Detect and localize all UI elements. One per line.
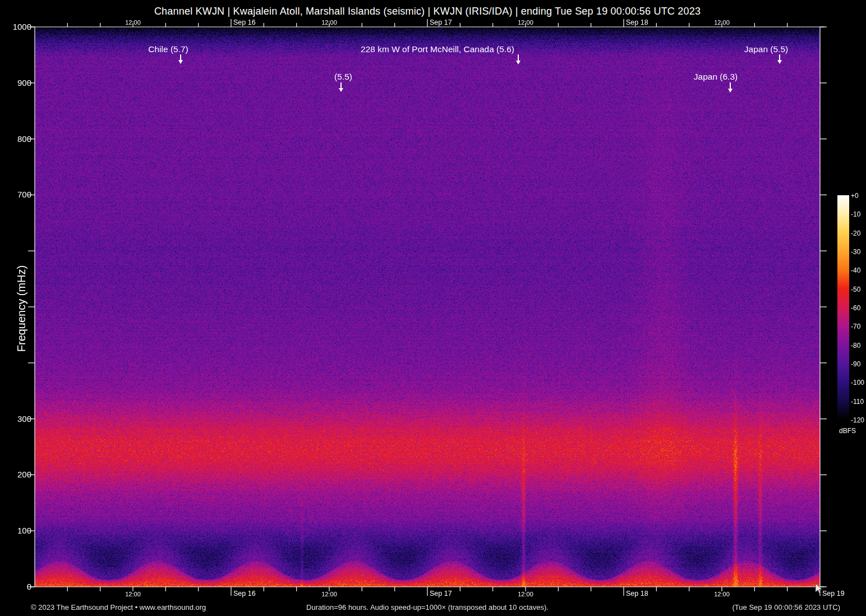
colorbar-tick-label: -80	[851, 342, 860, 349]
y-tick-label: 300	[0, 415, 31, 423]
top-axis-time-label: 12:00	[509, 20, 542, 26]
colorbar-unit-label: dBFS	[839, 427, 856, 434]
top-axis-time-label: 12:00	[312, 20, 346, 26]
axes-overlay	[0, 0, 866, 616]
colorbar-tick-label: -120	[851, 417, 864, 424]
event-annotation: Chile (5.7)	[28, 45, 308, 54]
bottom-axis-date-label: Sep 19	[822, 590, 845, 597]
top-axis-date-label: Sep 16	[233, 19, 256, 26]
bottom-axis-date-label: Sep 17	[430, 590, 452, 597]
top-axis-date-label: Sep 18	[626, 19, 648, 26]
colorbar-tick-label: -70	[851, 323, 860, 330]
top-axis-time-label: 12:00	[116, 20, 150, 26]
event-annotation: Japan (6.3)	[575, 72, 856, 81]
colorbar-tick-label: -50	[851, 286, 860, 293]
footer-duration: Duration=96 hours. Audio speed-up=1000× …	[35, 604, 820, 611]
colorbar-tick-label: -20	[851, 230, 860, 237]
event-arrow-icon	[728, 89, 733, 93]
spectrogram-page: Channel KWJN | Kwajalein Atoll, Marshall…	[0, 0, 866, 616]
y-tick-label: 900	[0, 79, 31, 87]
top-axis-time-label: 12:00	[705, 20, 739, 26]
colorbar-tick-label: -10	[851, 211, 860, 218]
colorbar-tick-label: -110	[851, 398, 864, 405]
colorbar-tick-label: -100	[851, 379, 864, 386]
colorbar-tick-label: +0	[851, 192, 859, 199]
event-annotation: (5.5)	[203, 72, 483, 81]
y-tick-label: 200	[0, 470, 31, 479]
event-arrow-icon	[516, 61, 520, 65]
colorbar-tick-label: -90	[851, 361, 860, 367]
y-tick-label: 700	[0, 190, 31, 199]
event-annotation: Japan (5.5)	[626, 45, 866, 54]
bottom-axis-time-label: 12:00	[312, 591, 346, 597]
event-arrow-icon	[178, 60, 183, 64]
bottom-axis-time-label: 12:00	[705, 591, 739, 597]
footer-timestamp: (Tue Sep 19 00:00:56 2023 UTC)	[733, 604, 840, 611]
event-annotation: 228 km W of Port McNeill, Canada (5.6)	[297, 45, 578, 54]
top-axis-date-label: Sep 17	[430, 19, 452, 26]
bottom-axis-date-label: Sep 16	[233, 590, 256, 597]
bottom-axis-time-label: 12:00	[509, 591, 542, 597]
y-tick-label: 100	[0, 526, 31, 535]
y-tick-label: 1000	[0, 22, 31, 31]
bottom-axis-time-label: 12:00	[116, 591, 150, 597]
colorbar-tick-label: -40	[851, 267, 860, 274]
y-tick-label: 800	[0, 135, 31, 143]
bottom-axis-date-label: Sep 18	[626, 590, 648, 597]
event-arrow-icon	[339, 88, 343, 92]
colorbar	[837, 195, 849, 420]
colorbar-tick-label: -30	[851, 249, 860, 255]
y-axis-label: Frequency (mHz)	[16, 252, 27, 365]
event-arrow-icon	[777, 60, 782, 64]
y-tick-label: 0	[0, 582, 31, 591]
colorbar-tick-label: -60	[851, 305, 860, 311]
